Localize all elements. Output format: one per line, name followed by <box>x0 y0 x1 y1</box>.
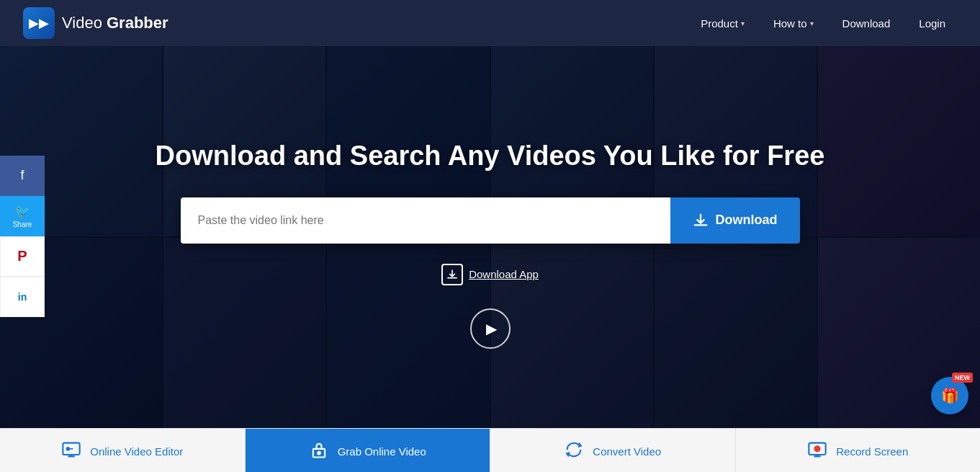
bottom-nav-grab-online-video[interactable]: Grab Online Video <box>246 429 491 472</box>
hero-content: Download and Search Any Videos You Like … <box>0 46 980 428</box>
nav-item-login[interactable]: Login <box>907 12 957 35</box>
convert-video-icon <box>564 440 584 464</box>
linkedin-icon: in <box>18 291 27 303</box>
facebook-share-button[interactable]: f <box>0 156 45 196</box>
hero-title: Download and Search Any Videos You Like … <box>156 141 825 172</box>
twitter-icon: 🐦 <box>14 203 30 219</box>
nav-item-howto[interactable]: How to ▾ <box>762 12 825 35</box>
new-badge-container: 🎁 NEW <box>931 377 968 414</box>
grab-video-icon <box>309 440 329 464</box>
logo-link[interactable]: ▶ Video Grabber <box>23 7 168 39</box>
bottom-nav-online-video-editor[interactable]: Online Video Editor <box>0 429 246 472</box>
logo-text: Video Grabber <box>62 14 168 32</box>
chevron-down-icon: ▾ <box>810 19 814 27</box>
download-app-link[interactable]: Download App <box>441 264 539 285</box>
download-button[interactable]: Download <box>670 197 800 244</box>
play-button[interactable]: ▶ <box>470 308 511 349</box>
svg-point-1 <box>67 447 70 450</box>
nav-item-product[interactable]: Product ▾ <box>689 12 756 35</box>
svg-point-5 <box>815 446 820 451</box>
social-sidebar: f 🐦 Share P in <box>0 156 45 317</box>
bottom-nav-record-screen[interactable]: Record Screen <box>736 429 981 472</box>
facebook-icon: f <box>20 168 24 183</box>
pinterest-icon: P <box>17 248 27 264</box>
navbar-nav: Product ▾ How to ▾ Download Login <box>689 12 957 35</box>
svg-point-3 <box>318 451 320 454</box>
twitter-share-button[interactable]: 🐦 Share <box>0 196 45 236</box>
record-screen-icon <box>807 440 827 464</box>
download-icon <box>693 213 709 228</box>
new-badge-button[interactable]: 🎁 NEW <box>931 377 968 414</box>
bottom-nav-convert-video[interactable]: Convert Video <box>490 429 736 472</box>
nav-item-download[interactable]: Download <box>831 12 902 35</box>
bottom-nav: Online Video Editor Grab Online Video Co… <box>0 428 980 472</box>
gift-icon: 🎁 <box>941 387 959 404</box>
play-icon: ▶ <box>486 320 497 337</box>
search-input[interactable] <box>181 197 670 244</box>
chevron-down-icon: ▾ <box>741 19 745 27</box>
video-editor-icon <box>61 440 81 464</box>
pinterest-share-button[interactable]: P <box>0 236 45 277</box>
navbar: ▶ Video Grabber Product ▾ How to ▾ Downl… <box>0 0 980 46</box>
linkedin-share-button[interactable]: in <box>0 277 45 317</box>
search-bar: Download <box>181 197 800 244</box>
logo-icon: ▶ <box>23 7 55 39</box>
hero-section: Download and Search Any Videos You Like … <box>0 46 980 428</box>
download-app-icon <box>441 264 463 285</box>
